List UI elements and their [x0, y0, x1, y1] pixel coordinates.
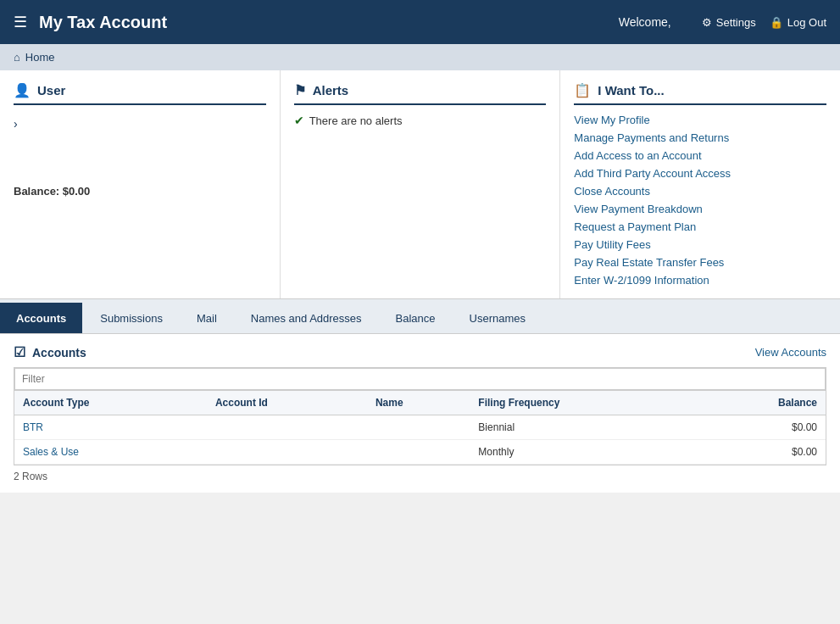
- table-header: Account TypeAccount IdNameFiling Frequen…: [14, 391, 826, 415]
- accounts-checkbox-icon: ☑: [14, 344, 25, 360]
- home-icon: ⌂: [14, 51, 20, 64]
- panels-container: 👤 User › Balance: $0.00 ⚑ Alerts ✔ There…: [0, 70, 840, 299]
- tabs-section: AccountsSubmissionsMailNames and Address…: [0, 299, 840, 493]
- accounts-title: ☑ Accounts: [14, 344, 86, 360]
- accounts-header: ☑ Accounts View Accounts: [14, 344, 826, 360]
- want-to-link-item[interactable]: Enter W-2/1099 Information: [574, 274, 826, 287]
- rows-count: 2 Rows: [14, 471, 826, 482]
- no-alerts-item: ✔ There are no alerts: [294, 114, 547, 127]
- alerts-panel-header: ⚑ Alerts: [294, 82, 547, 105]
- no-alerts-text: There are no alerts: [309, 114, 403, 127]
- checkmark-icon: ✔: [294, 114, 304, 127]
- user-panel: 👤 User › Balance: $0.00: [0, 70, 281, 298]
- filter-input[interactable]: [14, 368, 826, 390]
- settings-button[interactable]: ⚙ Settings: [702, 16, 756, 29]
- table-cell[interactable]: Sales & Use: [14, 440, 207, 465]
- want-to-link-item[interactable]: Pay Utility Fees: [574, 238, 826, 251]
- accounts-title-text: Accounts: [32, 346, 86, 359]
- col-header-name: Name: [367, 391, 470, 415]
- table-cell[interactable]: BTR: [14, 415, 207, 440]
- balance-text: Balance: $0.00: [14, 185, 266, 198]
- header: ☰ My Tax Account Welcome, ⚙ Settings 🔒 L…: [0, 0, 840, 44]
- col-header-account-id: Account Id: [207, 391, 367, 415]
- want-to-link-item[interactable]: Close Accounts: [574, 185, 826, 198]
- tab-balance[interactable]: Balance: [380, 303, 452, 333]
- user-chevron[interactable]: ›: [14, 114, 266, 134]
- want-to-link-item[interactable]: Request a Payment Plan: [574, 220, 826, 233]
- table-row: Sales & UseMonthly$0.00: [14, 440, 826, 465]
- alerts-panel: ⚑ Alerts ✔ There are no alerts: [281, 70, 561, 298]
- table-cell: $0.00: [697, 415, 826, 440]
- user-panel-title: User: [37, 83, 65, 98]
- table-cell: Monthly: [470, 440, 696, 465]
- app-title: My Tax Account: [39, 13, 619, 32]
- logout-icon: 🔒: [770, 16, 783, 29]
- col-header-filing-frequency: Filing Frequency: [470, 391, 696, 415]
- table-cell: $0.00: [697, 440, 826, 465]
- table-cell: Biennial: [470, 415, 696, 440]
- want-to-link-item[interactable]: Pay Real Estate Transfer Fees: [574, 256, 826, 269]
- user-panel-header: 👤 User: [14, 82, 266, 105]
- want-to-links: View My ProfileManage Payments and Retur…: [574, 114, 826, 287]
- table-row: BTRBiennial$0.00: [14, 415, 826, 440]
- table-cell: [367, 415, 470, 440]
- tabs-bar: AccountsSubmissionsMailNames and Address…: [0, 299, 840, 334]
- col-header-account-type: Account Type: [14, 391, 207, 415]
- want-to-icon: 📋: [574, 82, 591, 98]
- table-body: BTRBiennial$0.00Sales & UseMonthly$0.00: [14, 415, 826, 465]
- logout-button[interactable]: 🔒 Log Out: [770, 16, 826, 29]
- table-cell: [207, 440, 367, 465]
- want-to-panel-header: 📋 I Want To...: [574, 82, 826, 105]
- welcome-text: Welcome,: [619, 15, 671, 29]
- tab-mail[interactable]: Mail: [181, 303, 233, 333]
- accounts-content: ☑ Accounts View Accounts Account TypeAcc…: [0, 334, 840, 493]
- want-to-link-item[interactable]: View My Profile: [574, 114, 826, 126]
- want-to-panel-title: I Want To...: [598, 83, 664, 98]
- accounts-table-wrapper: Account TypeAccount IdNameFiling Frequen…: [14, 367, 826, 465]
- tab-names-and-addresses[interactable]: Names and Addresses: [235, 303, 378, 333]
- tab-usernames[interactable]: Usernames: [453, 303, 542, 333]
- settings-icon: ⚙: [702, 16, 712, 29]
- col-header-balance: Balance: [697, 391, 826, 415]
- accounts-table: Account TypeAccount IdNameFiling Frequen…: [14, 390, 826, 465]
- breadcrumb: ⌂ Home: [0, 44, 840, 70]
- want-to-link-item[interactable]: Manage Payments and Returns: [574, 131, 826, 144]
- alerts-icon: ⚑: [294, 82, 306, 98]
- want-to-link-item[interactable]: View Payment Breakdown: [574, 203, 826, 215]
- home-link[interactable]: Home: [25, 51, 55, 64]
- menu-icon[interactable]: ☰: [14, 13, 27, 31]
- alerts-panel-title: Alerts: [313, 83, 349, 98]
- want-to-link-item[interactable]: Add Third Party Account Access: [574, 167, 826, 180]
- table-cell: [207, 415, 367, 440]
- user-icon: 👤: [14, 82, 31, 98]
- want-to-link-item[interactable]: Add Access to an Account: [574, 149, 826, 162]
- tab-submissions[interactable]: Submissions: [84, 303, 179, 333]
- want-to-panel: 📋 I Want To... View My ProfileManage Pay…: [560, 70, 840, 298]
- view-accounts-link[interactable]: View Accounts: [755, 346, 826, 359]
- tab-accounts[interactable]: Accounts: [0, 303, 82, 333]
- table-cell: [367, 440, 470, 465]
- logout-label: Log Out: [787, 16, 826, 29]
- settings-label: Settings: [716, 16, 756, 29]
